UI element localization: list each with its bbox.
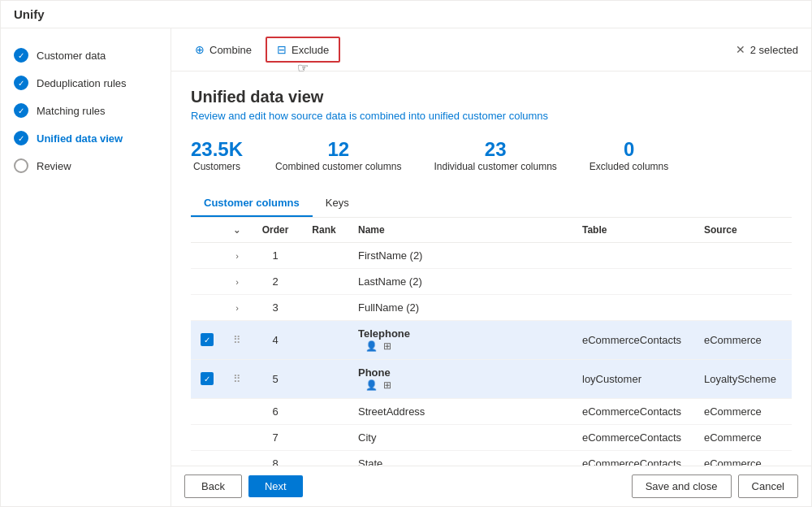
- drag-handle-icon[interactable]: ⠿: [233, 334, 241, 346]
- stat-individual-label: Individual customer columns: [434, 161, 556, 174]
- row-name: State: [348, 450, 572, 466]
- sidebar-item-unified-data-view[interactable]: Unified data view: [1, 124, 171, 152]
- data-table: ⌄ Order Rank Name Table Source ›1FirstNa…: [191, 218, 792, 466]
- col-header-rank: Rank: [300, 218, 348, 243]
- stat-customers-label: Customers: [191, 161, 243, 174]
- row-table: eCommerceContacts: [572, 398, 694, 424]
- table-icon[interactable]: ⊞: [381, 379, 394, 392]
- row-rank: [300, 424, 348, 450]
- table-row[interactable]: ⠿4Telephone 👤 ⊞ eCommerceContactseCommer…: [191, 320, 792, 359]
- row-order: 7: [251, 424, 300, 450]
- stat-excluded-label: Excluded columns: [590, 161, 668, 174]
- clear-selection-icon[interactable]: ✕: [736, 43, 745, 56]
- sidebar-item-review[interactable]: Review: [1, 152, 171, 180]
- row-order: 6: [251, 398, 300, 424]
- row-source: [694, 268, 792, 294]
- next-button[interactable]: Next: [248, 475, 303, 497]
- row-rank: [300, 398, 348, 424]
- row-checkbox-cell[interactable]: [191, 450, 223, 466]
- stat-combined-columns: 12 Combined customer columns: [275, 138, 401, 174]
- col-header-table: Table: [572, 218, 694, 243]
- row-drag-cell: ⠿: [223, 320, 251, 359]
- app-title: Unify: [14, 7, 45, 21]
- row-drag-cell[interactable]: ›: [223, 268, 251, 294]
- back-button[interactable]: Back: [184, 474, 242, 498]
- stat-combined-number: 12: [275, 138, 401, 161]
- row-name: City: [348, 424, 572, 450]
- row-checkbox-cell[interactable]: [191, 242, 223, 268]
- row-drag-cell: ⠿: [223, 359, 251, 398]
- table-row[interactable]: 6StreetAddresseCommerceContactseCommerce: [191, 398, 792, 424]
- person-icon[interactable]: 👤: [365, 379, 378, 392]
- sort-icon: ⌄: [233, 225, 240, 235]
- tab-customer-columns[interactable]: Customer columns: [191, 190, 313, 217]
- row-table: [572, 242, 694, 268]
- row-rank: [300, 320, 348, 359]
- row-checkbox-checked[interactable]: [201, 333, 214, 346]
- row-table: [572, 268, 694, 294]
- check-icon-matching-rules: [14, 103, 28, 118]
- row-table: loyCustomer: [572, 359, 694, 398]
- col-header-order: Order: [251, 218, 300, 243]
- cancel-button[interactable]: Cancel: [738, 474, 798, 498]
- selected-count-area: ✕ 2 selected: [736, 43, 798, 56]
- row-name: FullName (2): [348, 294, 572, 320]
- combine-button[interactable]: ⊕ Combine: [184, 37, 262, 62]
- row-source: eCommerce: [694, 320, 792, 359]
- sidebar-label-customer-data: Customer data: [37, 50, 106, 62]
- sidebar-label-unified-data-view: Unified data view: [37, 132, 123, 145]
- footer: Back Next Save and close Cancel: [171, 466, 811, 506]
- sidebar-label-review: Review: [37, 160, 71, 172]
- stat-individual-columns: 23 Individual customer columns: [434, 138, 556, 174]
- table-icon[interactable]: ⊞: [381, 340, 394, 353]
- combine-label: Combine: [209, 44, 252, 56]
- table-row[interactable]: 7CityeCommerceContactseCommerce: [191, 424, 792, 450]
- row-name: LastName (2): [348, 268, 572, 294]
- table-row[interactable]: 8StateeCommerceContactseCommerce: [191, 450, 792, 466]
- row-checkbox-cell[interactable]: [191, 294, 223, 320]
- row-checkbox-cell[interactable]: [191, 424, 223, 450]
- stat-excluded-number: 0: [590, 138, 668, 161]
- tab-keys[interactable]: Keys: [313, 190, 362, 217]
- save-and-close-button[interactable]: Save and close: [632, 474, 732, 498]
- check-icon-deduplication-rules: [14, 76, 28, 90]
- table-row[interactable]: ⠿5Phone 👤 ⊞ loyCustomerLoyaltyScheme: [191, 359, 792, 398]
- exclude-button[interactable]: ⊟ Exclude: [266, 37, 340, 63]
- table-row[interactable]: ›3FullName (2): [191, 294, 792, 320]
- row-checkbox-cell[interactable]: [191, 359, 223, 398]
- main-layout: Customer data Deduplication rules Matchi…: [1, 28, 811, 506]
- row-checkbox-checked[interactable]: [201, 372, 214, 385]
- sidebar-item-deduplication-rules[interactable]: Deduplication rules: [1, 69, 171, 97]
- drag-handle-icon[interactable]: ⠿: [233, 373, 241, 385]
- row-table: eCommerceContacts: [572, 450, 694, 466]
- stat-individual-number: 23: [434, 138, 556, 161]
- row-drag-cell[interactable]: ›: [223, 294, 251, 320]
- expand-chevron-icon[interactable]: ›: [235, 303, 239, 313]
- expand-chevron-icon[interactable]: ›: [235, 251, 239, 261]
- sidebar-label-matching-rules: Matching rules: [37, 105, 106, 117]
- row-order: 4: [251, 320, 300, 359]
- check-icon-unified-data-view: [14, 131, 28, 145]
- page-title: Unified data view: [191, 88, 792, 106]
- stat-excluded-columns: 0 Excluded columns: [590, 138, 668, 174]
- row-checkbox-cell[interactable]: [191, 320, 223, 359]
- selected-count-text: 2 selected: [750, 44, 798, 56]
- sidebar-item-matching-rules[interactable]: Matching rules: [1, 97, 171, 124]
- row-source: eCommerce: [694, 398, 792, 424]
- row-rank: [300, 359, 348, 398]
- row-drag-cell: [223, 424, 251, 450]
- table-row[interactable]: ›1FirstName (2): [191, 242, 792, 268]
- row-drag-cell[interactable]: ›: [223, 242, 251, 268]
- row-table: eCommerceContacts: [572, 424, 694, 450]
- exclude-icon: ⊟: [277, 43, 287, 56]
- row-order: 2: [251, 268, 300, 294]
- stat-customers-number: 23.5K: [191, 138, 243, 161]
- sidebar-item-customer-data[interactable]: Customer data: [1, 41, 171, 69]
- table-row[interactable]: ›2LastName (2): [191, 268, 792, 294]
- row-checkbox-cell[interactable]: [191, 268, 223, 294]
- row-checkbox-cell[interactable]: [191, 398, 223, 424]
- footer-right: Save and close Cancel: [632, 474, 798, 498]
- expand-chevron-icon[interactable]: ›: [235, 277, 239, 287]
- person-icon[interactable]: 👤: [365, 340, 378, 353]
- sidebar-label-deduplication-rules: Deduplication rules: [37, 77, 127, 89]
